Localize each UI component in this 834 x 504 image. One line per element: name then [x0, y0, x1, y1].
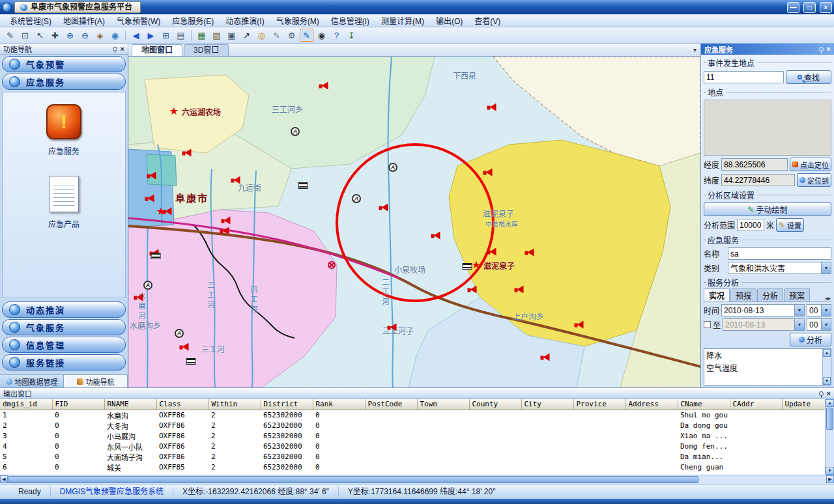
column-header[interactable]: Class [156, 399, 208, 410]
nav-button-service-links[interactable]: 服务链接 [2, 354, 126, 371]
manual-draw-button[interactable]: ✎ 手动绘制 [704, 203, 831, 216]
shortcut-emergency-service[interactable]: ! 应急服务 [46, 104, 81, 156]
monument-marker[interactable]: A [175, 329, 184, 338]
column-header[interactable]: City [521, 399, 573, 410]
speaker-marker[interactable] [487, 248, 497, 257]
dropdown-icon[interactable]: ▾ [821, 305, 831, 316]
layers-icon[interactable]: ▤ [174, 29, 188, 42]
click-locate-button[interactable]: 点击定位 [790, 158, 831, 171]
column-header[interactable]: County [469, 399, 521, 410]
output-hscrollbar[interactable]: ◀ ▶ [0, 475, 834, 484]
monument-marker[interactable]: A [291, 127, 300, 136]
column-header[interactable]: Provice [573, 399, 626, 410]
speaker-marker[interactable] [515, 286, 525, 294]
star-marker[interactable]: ★ [156, 206, 165, 217]
back-icon[interactable]: ◀ [129, 29, 143, 42]
column-header[interactable]: FID [52, 399, 104, 410]
scroll-down-icon[interactable]: ▼ [826, 467, 834, 475]
speaker-marker[interactable] [222, 217, 231, 225]
pin-icon[interactable] [819, 391, 824, 396]
column-header[interactable]: District [261, 399, 313, 410]
edit-pencil-icon[interactable]: ✎ [3, 29, 17, 42]
eye-icon[interactable]: ◉ [315, 29, 328, 42]
pointer-icon[interactable]: ↗ [240, 29, 253, 42]
menu-item[interactable]: 动态推演(I) [220, 14, 270, 27]
settings-gear-icon[interactable]: ⚙ [285, 29, 298, 42]
pin-icon[interactable] [819, 47, 824, 51]
select-cursor-icon[interactable]: ↖ [33, 29, 47, 42]
flag-marker[interactable] [463, 263, 472, 270]
monument-marker[interactable]: A [388, 163, 397, 172]
end-date-select[interactable]: 2010-08-13 ▾ [723, 318, 805, 331]
help-icon[interactable]: ? [330, 29, 343, 42]
flag-marker[interactable] [151, 253, 161, 259]
menu-item[interactable]: 应急服务(E) [166, 14, 220, 27]
table-row[interactable]: 20大冬沟OXFF8626523020000Da dong gou [0, 421, 834, 431]
longitude-field[interactable] [721, 158, 788, 171]
close-icon[interactable]: × [121, 46, 124, 53]
minimize-button[interactable]: — [787, 2, 799, 13]
scroll-left-icon[interactable]: ◀ [0, 475, 8, 483]
add-image-icon[interactable]: ▦ [195, 29, 208, 42]
station-marker[interactable] [328, 261, 336, 269]
column-header[interactable]: RNAME [104, 399, 156, 410]
analysis-tab[interactable]: 预报 [730, 288, 756, 301]
table-row[interactable]: 70五宫沟OXFF8626523020000Wu guan gou [0, 473, 834, 475]
nav-button-weather-warning[interactable]: 气象预警 [2, 56, 126, 72]
close-button[interactable]: × [820, 2, 832, 13]
speaker-marker[interactable] [431, 232, 441, 240]
speaker-marker[interactable] [388, 324, 397, 332]
print-icon[interactable]: ▣ [225, 29, 238, 42]
map-canvas[interactable]: 下西泉六运湖农场三工河乡九运街阜康市滋泥泉子中葛根水库小泉牧场滋泥泉子上户沟乡三… [128, 57, 700, 387]
menu-item[interactable]: 测量计算(M) [375, 14, 430, 27]
locate-to-button[interactable]: 定位到 [797, 173, 831, 187]
dropdown-icon[interactable]: ▾ [821, 262, 831, 273]
column-header[interactable]: Rank [313, 399, 365, 410]
monument-marker[interactable]: A [143, 281, 152, 290]
star-marker[interactable]: ★ [472, 260, 481, 270]
column-header[interactable]: Within [208, 399, 261, 410]
crosshair-icon[interactable]: ✚ [48, 29, 62, 42]
tab-map-data-management[interactable]: 地图数据管理 [0, 375, 64, 387]
select-rectangle-icon[interactable]: ⊡ [18, 29, 32, 42]
event-search-input[interactable] [704, 71, 784, 83]
restore-button[interactable]: □ [803, 2, 816, 13]
pushpin-icon[interactable]: ◎ [255, 29, 268, 42]
globe-edit-icon[interactable]: ✎ [300, 29, 313, 42]
star-marker[interactable]: ★ [169, 106, 179, 117]
speaker-marker[interactable] [231, 176, 241, 185]
tab-map-window[interactable]: 地图窗口 [132, 44, 182, 56]
table-row[interactable]: 30小马厩沟OXFF8626523020000Xiao ma ... [0, 431, 834, 441]
dropdown-icon[interactable]: ▾ [794, 319, 804, 330]
shortcut-emergency-product[interactable]: 应急产品 [48, 176, 79, 229]
close-icon[interactable]: × [827, 390, 831, 397]
table-row[interactable]: 50大面场子沟OXFF8626523020000Da mian... [0, 452, 834, 462]
column-header[interactable]: CAddr [730, 399, 782, 410]
forward-icon[interactable]: ▶ [144, 29, 158, 42]
column-header[interactable]: Address [626, 399, 678, 410]
list-item[interactable]: 空气温度 [704, 361, 822, 374]
tab-dropdown-icon[interactable]: ▾ [693, 46, 697, 53]
table-row[interactable]: 10水磨沟OXFF8626523020000Shui mo gou [0, 410, 834, 421]
start-date-select[interactable]: 2010-08-13 ▾ [721, 304, 805, 316]
place-list[interactable] [704, 100, 831, 156]
listbox-scrollbar[interactable]: ▲ ▼ [822, 349, 831, 385]
table-row[interactable]: 60城关OXFF8526523020000Cheng guan [0, 462, 834, 473]
end-hour-select[interactable]: 00 ▾ [807, 318, 831, 331]
scroll-right-icon[interactable]: ▶ [826, 475, 834, 483]
vscroll-thumb[interactable] [826, 408, 833, 430]
nav-button-info-management[interactable]: 信息管理 [2, 337, 126, 353]
scroll-down-icon[interactable]: ▼ [823, 377, 831, 385]
menu-item[interactable]: 查看(V) [468, 14, 506, 27]
flag-marker[interactable] [186, 358, 196, 365]
tab-function-navigation[interactable]: 功能导航 [64, 375, 128, 387]
output-vscrollbar[interactable]: ▲ ▼ [825, 399, 834, 475]
menu-item[interactable]: 信息管理(I) [325, 14, 375, 27]
start-hour-select[interactable]: 00 ▾ [807, 304, 831, 316]
dropdown-icon[interactable]: ▾ [794, 305, 804, 316]
speaker-marker[interactable] [182, 149, 192, 158]
flag-marker[interactable] [298, 182, 308, 189]
latitude-field[interactable] [721, 174, 795, 186]
scroll-up-icon[interactable]: ▲ [823, 349, 831, 357]
full-extent-icon[interactable]: ◉ [108, 29, 122, 42]
